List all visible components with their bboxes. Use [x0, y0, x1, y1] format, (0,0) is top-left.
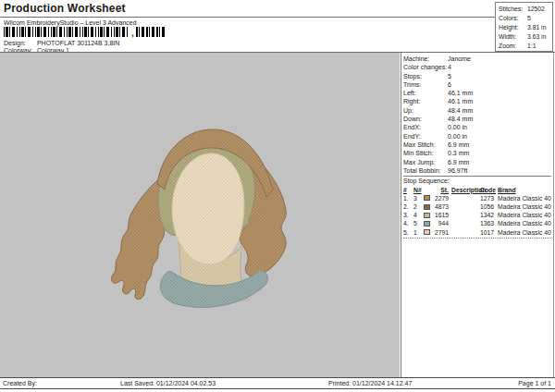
printed-label: Printed: 01/12/2024 14.12.47: [328, 380, 412, 386]
thread-color-swatch: [424, 213, 430, 218]
stop-sequence-row: 1. 3 2279 1273 Madeira Classic 40: [403, 194, 551, 202]
stat-height: Height:3.81 in: [499, 23, 552, 32]
stop-sequence-header: # N# St. Description Code Brand: [403, 186, 551, 194]
machine-row: EndX:0.00 in: [403, 123, 551, 131]
machine-row: Max Stitch:6.9 mm: [403, 141, 551, 149]
production-worksheet-page: Production Worksheet Wilcom EmbroiderySt…: [0, 0, 555, 392]
machine-row: Left:46.1 mm: [403, 89, 551, 97]
title-divider: [0, 17, 495, 18]
table-bottom-divider: [403, 238, 551, 239]
machine-row: Max Jump:6.9 mm: [403, 158, 551, 166]
embroidery-design: [0, 53, 400, 377]
machine-row: Right:46.1 mm: [403, 97, 551, 105]
machine-info-panel: Machine:Janome Color changes:4 Stops:5 T…: [401, 53, 554, 377]
design-label: Design:: [4, 40, 35, 46]
machine-row: Up:48.4 mm: [403, 106, 551, 115]
last-saved-label: Last Saved: 01/12/2024 04.02.53: [120, 380, 216, 386]
machine-row: EndY:0.00 in: [403, 132, 551, 141]
stat-width: Width:3.63 in: [499, 32, 552, 42]
stat-colors: Colors:5: [499, 14, 552, 23]
stop-sequence-row: 4. 5 944 1363 Madeira Classic 40: [403, 219, 551, 227]
thread-color-swatch: [424, 204, 430, 210]
created-by-label: Created By:: [3, 380, 37, 386]
software-version-label: Wilcom EmbroideryStudio – Level 3 Advanc…: [4, 19, 137, 26]
barcode-bars-left: [4, 27, 130, 37]
machine-row: Color changes:4: [403, 63, 551, 71]
thread-color-swatch: [424, 195, 430, 201]
machine-row: Min Stitch:0.3 mm: [403, 149, 551, 157]
stop-sequence-row: 3. 4 1615 1342 Madeira Classic 40: [403, 211, 551, 219]
machine-row: Down:48.4 mm: [403, 115, 551, 123]
machine-row: Trims:6: [403, 80, 551, 89]
design-stats-box: Stitches:12502 Colors:5 Height:3.81 in W…: [495, 2, 553, 52]
page-title: Production Worksheet: [4, 2, 126, 15]
page-number-label: Page 1 of 1: [518, 380, 551, 386]
thread-color-swatch: [424, 221, 430, 227]
design-barcode: ,: [4, 27, 166, 37]
stitch-texture-overlay: [102, 122, 301, 316]
barcode-separator: ,: [130, 31, 136, 37]
stop-sequence-row: 5. 1 2791 1017 Madeira Classic 40: [403, 228, 551, 237]
design-value: PHOTOFLAT 301124B 3,8IN: [37, 40, 119, 46]
thread-color-swatch: [424, 229, 430, 235]
machine-row: Stops:5: [403, 72, 551, 80]
design-name-row: Design: PHOTOFLAT 301124B 3,8IN: [4, 40, 119, 46]
stat-stitches: Stitches:12502: [499, 5, 552, 14]
page-footer: Created By: Last Saved: 01/12/2024 04.02…: [0, 377, 555, 389]
barcode-bars-right: [136, 27, 166, 37]
stat-zoom: Zoom:1:1: [499, 42, 552, 51]
design-canvas: [0, 53, 400, 377]
machine-row: Machine:Janome: [403, 55, 551, 63]
stop-sequence-row: 2. 2 4873 1056 Madeira Classic 40: [403, 202, 551, 211]
machine-row: Total Bobbin:96.97ft: [403, 166, 551, 175]
stop-sequence-title: Stop Sequence:: [403, 177, 551, 186]
